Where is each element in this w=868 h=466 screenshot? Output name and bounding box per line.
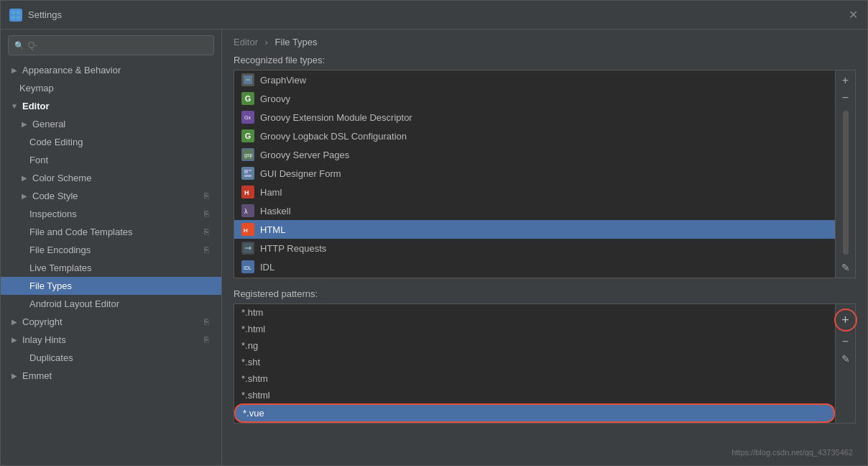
http-icon — [241, 242, 254, 255]
remove-filetype-button[interactable]: − — [839, 91, 853, 105]
remove-pattern-button[interactable]: − — [839, 334, 853, 349]
watermark: https://blog.csdn.net/qq_43735462 — [731, 448, 853, 457]
copy-icon: ⎘ — [204, 335, 214, 345]
copy-icon: ⎘ — [204, 227, 214, 237]
pattern-item[interactable]: *.shtm — [234, 370, 835, 387]
list-item[interactable]: G Groovy — [234, 89, 835, 108]
idl-icon: IDL — [241, 260, 254, 273]
panel-content: Recognized file types: GraphView G Groov… — [222, 52, 867, 465]
pattern-item[interactable]: *.htm — [234, 304, 835, 321]
gui-designer-icon — [241, 167, 254, 180]
list-item[interactable]: gsp Groovy Server Pages — [234, 145, 835, 164]
sidebar-item-color-scheme[interactable]: ▶ Color Scheme — [1, 169, 221, 187]
expand-arrow-icon: ▶ — [9, 65, 19, 76]
svg-text:Gx: Gx — [244, 115, 251, 120]
sidebar-item-live-templates[interactable]: Live Templates — [1, 259, 221, 277]
sidebar-item-file-encodings[interactable]: File Encodings ⎘ — [1, 241, 221, 259]
app-icon — [9, 9, 22, 22]
pattern-item[interactable]: *.sht — [234, 354, 835, 370]
copy-icon: ⎘ — [204, 317, 214, 327]
sidebar-item-editor[interactable]: ▼ Editor — [1, 97, 221, 115]
svg-text:gsp: gsp — [244, 152, 252, 158]
pattern-item[interactable]: *.shtml — [234, 387, 835, 403]
list-item[interactable]: . — [234, 276, 835, 278]
list-item[interactable]: GraphView — [234, 70, 835, 89]
svg-rect-12 — [249, 170, 251, 171]
list-item[interactable]: HTTP Requests — [234, 239, 835, 257]
search-box[interactable]: 🔍 — [8, 35, 214, 55]
svg-rect-11 — [244, 170, 248, 173]
sidebar-item-file-types[interactable]: File Types — [1, 277, 221, 295]
svg-rect-13 — [244, 175, 251, 177]
patterns-section: Registered patterns: *.htm *.html *.ng *… — [234, 285, 856, 424]
close-button[interactable]: ✕ — [847, 9, 859, 21]
list-item[interactable]: H Haml — [234, 183, 835, 201]
groovy-logback-icon: G — [241, 129, 254, 142]
groovy-icon: G — [241, 92, 254, 105]
svg-text:IDL: IDL — [244, 265, 251, 270]
svg-rect-3 — [17, 16, 20, 19]
sidebar-item-code-editing[interactable]: Code Editing — [1, 133, 221, 151]
expand-arrow-icon: ▶ — [9, 371, 19, 381]
recognized-section-label: Recognized file types: — [234, 55, 856, 65]
sidebar-item-copyright[interactable]: ▶ Copyright ⎘ — [1, 313, 221, 331]
titlebar: Settings ✕ — [1, 1, 867, 29]
sidebar-item-inspections[interactable]: Inspections ⎘ — [1, 205, 221, 223]
sidebar-item-emmet[interactable]: ▶ Emmet — [1, 367, 221, 385]
sidebar-item-inlay-hints[interactable]: ▶ Inlay Hints ⎘ — [1, 331, 221, 349]
sidebar-item-appearance[interactable]: ▶ Appearance & Behavior — [1, 61, 221, 79]
sidebar-item-file-code-templates[interactable]: File and Code Templates ⎘ — [1, 223, 221, 241]
svg-text:λ: λ — [244, 208, 248, 215]
graphview-icon — [241, 73, 254, 86]
svg-rect-2 — [11, 16, 15, 19]
svg-rect-0 — [11, 11, 15, 14]
scrollbar[interactable] — [843, 111, 849, 255]
patterns-row: *.htm *.html *.ng *.sht *.shtm *.shtml *… — [234, 303, 856, 424]
copy-icon: ⎘ — [204, 245, 214, 255]
groovy-ext-icon: Gx — [241, 111, 254, 124]
add-filetype-button[interactable]: + — [839, 73, 853, 88]
edit-pattern-button[interactable]: ✎ — [839, 352, 853, 366]
expand-arrow-icon: ▶ — [9, 335, 19, 345]
file-type-list[interactable]: GraphView G Groovy Gx Groovy Extension M… — [234, 70, 836, 278]
breadcrumb: Editor › File Types — [222, 29, 867, 52]
main-panel: Editor › File Types Recognized file type… — [222, 29, 867, 465]
html-icon: H — [241, 223, 254, 236]
groovy-server-icon: gsp — [241, 148, 254, 161]
list-item[interactable]: IDL IDL — [234, 257, 835, 276]
expand-arrow-icon: ▶ — [19, 191, 29, 201]
sidebar-item-general[interactable]: ▶ General — [1, 115, 221, 133]
list-item-html[interactable]: H HTML — [234, 220, 835, 239]
settings-window: Settings ✕ 🔍 ▶ Appearance & Behavior Key… — [0, 0, 868, 466]
pattern-item[interactable]: *.html — [234, 321, 835, 337]
search-input[interactable] — [28, 40, 208, 50]
sidebar-item-font[interactable]: Font — [1, 151, 221, 169]
list-item[interactable]: G Groovy Logback DSL Configuration — [234, 127, 835, 145]
file-types-container: GraphView G Groovy Gx Groovy Extension M… — [234, 70, 856, 278]
sidebar-item-android-layout[interactable]: Android Layout Editor — [1, 295, 221, 313]
list-item[interactable]: GUI Designer Form — [234, 164, 835, 183]
expand-arrow-icon: ▶ — [9, 317, 19, 327]
haml-icon: H — [241, 186, 254, 198]
svg-text:H: H — [244, 227, 248, 234]
add-pattern-button[interactable]: + — [834, 309, 857, 332]
expand-arrow-icon: ▶ — [19, 119, 29, 129]
pattern-item-vue[interactable]: *.vue — [234, 403, 835, 423]
pattern-list[interactable]: *.htm *.html *.ng *.sht *.shtm *.shtml *… — [234, 303, 836, 424]
list-item[interactable]: λ Haskell — [234, 201, 835, 220]
haskell-icon: λ — [241, 204, 254, 217]
edit-filetype-button[interactable]: ✎ — [839, 260, 853, 275]
sidebar-item-duplicates[interactable]: Duplicates — [1, 349, 221, 367]
copy-icon: ⎘ — [204, 191, 214, 201]
pattern-item[interactable]: *.ng — [234, 337, 835, 354]
registered-section-label: Registered patterns: — [234, 288, 856, 299]
svg-text:H: H — [244, 189, 249, 196]
window-title: Settings — [28, 9, 847, 20]
list-item[interactable]: Gx Groovy Extension Module Descriptor — [234, 108, 835, 127]
copy-icon: ⎘ — [204, 209, 214, 219]
sidebar-item-keymap[interactable]: Keymap — [1, 79, 221, 97]
sidebar: 🔍 ▶ Appearance & Behavior Keymap ▼ Edito… — [1, 29, 222, 465]
expand-arrow-icon: ▶ — [19, 173, 29, 183]
sidebar-item-code-style[interactable]: ▶ Code Style ⎘ — [1, 187, 221, 205]
collapse-arrow-icon: ▼ — [9, 101, 19, 111]
